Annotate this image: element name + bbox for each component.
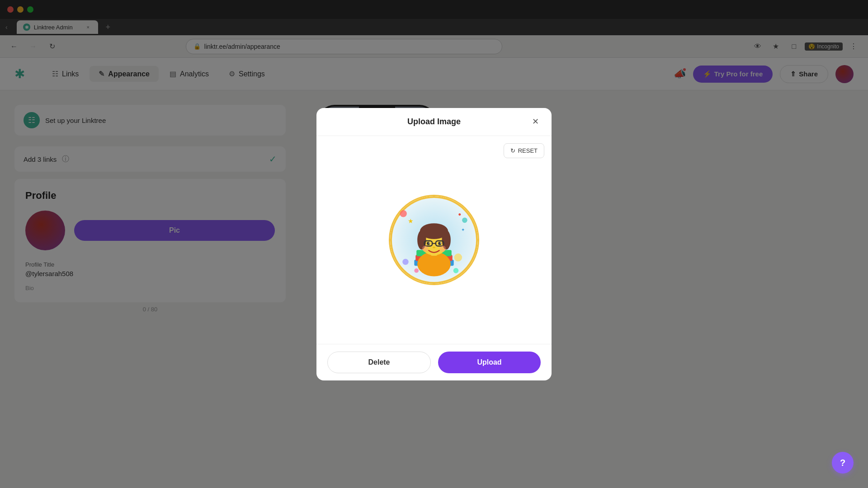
modal-header: Upload Image ✕ bbox=[316, 108, 552, 136]
avatar-illustration: ★ ● ✦ bbox=[389, 195, 479, 285]
help-btn[interactable]: ? bbox=[832, 452, 854, 474]
svg-point-5 bbox=[414, 268, 419, 273]
svg-point-1 bbox=[400, 210, 407, 217]
modal-close-btn[interactable]: ✕ bbox=[528, 114, 542, 129]
upload-image-modal: Upload Image ✕ ↻ RESET bbox=[316, 108, 552, 380]
upload-btn[interactable]: Upload bbox=[438, 352, 541, 373]
svg-point-4 bbox=[402, 258, 409, 265]
svg-text:★: ★ bbox=[408, 218, 414, 225]
svg-point-6 bbox=[453, 268, 459, 273]
reset-btn[interactable]: ↻ RESET bbox=[504, 143, 544, 158]
app-container: ✱ ☷ Links ✎ Appearance ▤ Analytics ⚙ Set… bbox=[0, 58, 868, 488]
modal-footer: Delete Upload bbox=[316, 344, 552, 380]
svg-point-23 bbox=[433, 246, 435, 248]
svg-point-21 bbox=[429, 242, 429, 243]
modal-image-area: ↻ RESET bbox=[316, 136, 552, 344]
svg-text:●: ● bbox=[458, 211, 461, 216]
svg-point-3 bbox=[454, 253, 462, 261]
delete-btn[interactable]: Delete bbox=[327, 352, 431, 373]
svg-point-25 bbox=[440, 245, 446, 252]
modal-overlay[interactable]: Upload Image ✕ ↻ RESET bbox=[0, 58, 868, 488]
svg-point-24 bbox=[422, 245, 429, 252]
svg-point-22 bbox=[440, 242, 441, 243]
reset-icon: ↻ bbox=[510, 147, 515, 154]
svg-point-2 bbox=[462, 217, 467, 223]
svg-text:✦: ✦ bbox=[461, 227, 465, 232]
modal-title: Upload Image bbox=[407, 117, 461, 127]
